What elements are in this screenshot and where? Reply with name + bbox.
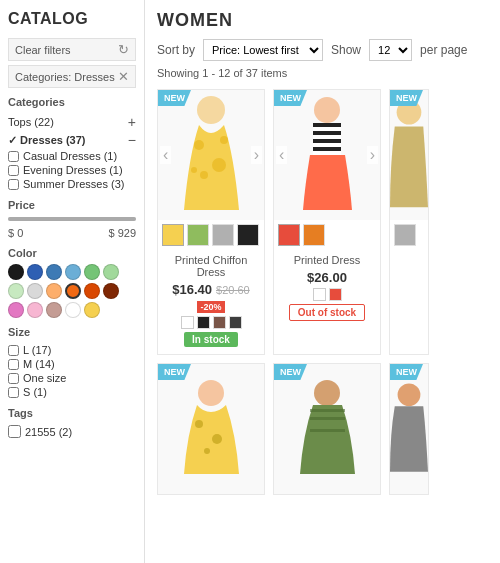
product-card-4: NEW [157,363,265,495]
svg-point-16 [204,448,210,454]
category-dresses-collapse-icon[interactable]: − [128,132,136,148]
thumb-2-red[interactable] [278,224,300,246]
thumb-1-yellow[interactable] [162,224,184,246]
thumbnails-1 [158,220,264,250]
tags-section: Tags 21555 (2) [8,407,136,439]
new-badge-6: NEW [390,364,423,380]
toolbar: Sort by Price: Lowest first Price: Highe… [157,39,488,61]
color-opt-2-white[interactable] [313,288,326,301]
tag-21555[interactable]: 21555 (2) [8,424,136,439]
color-swatch-light-green[interactable] [103,264,119,280]
thumbnails-3 [390,220,428,250]
product-card-1: NEW ‹ › [157,89,265,355]
price-slider-fill [8,217,136,221]
category-casual-dresses[interactable]: Casual Dresses (1) [8,149,136,163]
svg-point-4 [220,136,228,144]
size-section-title: Size [8,326,136,338]
color-swatch-green[interactable] [84,264,100,280]
remove-filter-icon[interactable]: ✕ [118,69,129,84]
color-swatch-white[interactable] [65,302,81,318]
product-row-1: NEW ‹ › [157,89,488,355]
color-grid [8,264,136,318]
size-onesize-checkbox[interactable] [8,373,19,384]
color-swatch-red-orange[interactable] [84,283,100,299]
stock-badge-1: In stock [184,332,238,347]
color-swatch-dark-red[interactable] [103,283,119,299]
color-section-title: Color [8,247,136,259]
category-tops-expand-icon[interactable]: + [128,114,136,130]
color-swatch-beige[interactable] [46,302,62,318]
size-onesize[interactable]: One size [8,371,136,385]
price-min: $ 0 [8,227,23,239]
thumb-1-black[interactable] [237,224,259,246]
thumb-2-orange[interactable] [303,224,325,246]
size-s[interactable]: S (1) [8,385,136,399]
show-label: Show [331,43,361,57]
prev-image-1[interactable]: ‹ [160,146,171,164]
product-price-1: $16.40 $20.60 -20% [163,282,259,313]
color-swatch-navy[interactable] [27,264,43,280]
color-swatch-yellow[interactable] [84,302,100,318]
color-swatch-pale-green[interactable] [8,283,24,299]
color-swatch-pink[interactable] [8,302,24,318]
category-casual-dresses-checkbox[interactable] [8,151,19,162]
color-swatch-gray[interactable] [27,283,43,299]
category-evening-dresses-checkbox[interactable] [8,165,19,176]
price-old-1: $20.60 [216,284,250,296]
size-m[interactable]: M (14) [8,357,136,371]
categories-section-title: Categories [8,96,136,108]
color-swatch-black[interactable] [8,264,24,280]
tag-21555-checkbox[interactable] [8,425,21,438]
thumb-1-gray[interactable] [212,224,234,246]
size-l-label: L (17) [23,344,51,356]
svg-rect-10 [313,139,341,143]
price-range: $ 0 $ 929 [8,227,136,239]
category-summer-dresses-checkbox[interactable] [8,179,19,190]
price-slider[interactable] [8,217,136,221]
color-opt-1-black[interactable] [197,316,210,329]
color-opt-1-brown[interactable] [213,316,226,329]
clear-filters-label: Clear filters [15,44,71,56]
size-l[interactable]: L (17) [8,343,136,357]
product-image-5: NEW [274,364,380,494]
category-tops[interactable]: Tops (22) + [8,113,136,131]
dress-svg-6 [390,379,428,479]
color-swatch-dark-orange[interactable] [65,283,81,299]
product-name-1: Printed Chiffon Dress [163,254,259,278]
new-badge-5: NEW [274,364,307,380]
color-opt-2-red[interactable] [329,288,342,301]
color-opt-1-white[interactable] [181,316,194,329]
product-card-3-partial: NEW [389,89,429,355]
next-image-2[interactable]: › [367,146,378,164]
svg-point-3 [200,171,208,179]
clear-filters-bar[interactable]: Clear filters ↻ [8,38,136,61]
size-s-label: S (1) [23,386,47,398]
color-opt-1-dark[interactable] [229,316,242,329]
sort-label: Sort by [157,43,195,57]
color-swatch-blue[interactable] [46,264,62,280]
active-filter-bar[interactable]: Categories: Dresses ✕ [8,65,136,88]
category-evening-dresses[interactable]: Evening Dresses (1) [8,163,136,177]
prev-image-2[interactable]: ‹ [276,146,287,164]
svg-point-14 [195,420,203,428]
color-swatch-light-pink[interactable] [27,302,43,318]
price-section-title: Price [8,199,136,211]
thumb-1-green[interactable] [187,224,209,246]
thumb-3-gray[interactable] [394,224,416,246]
sort-select[interactable]: Price: Lowest first Price: Highest first… [203,39,323,61]
category-dresses[interactable]: ✓ Dresses (37) − [8,131,136,149]
color-options-1 [163,316,259,329]
next-image-1[interactable]: › [251,146,262,164]
size-s-checkbox[interactable] [8,387,19,398]
clear-filters-icon[interactable]: ↻ [118,42,129,57]
stock-badge-2: Out of stock [289,304,365,321]
color-swatch-light-blue[interactable] [65,264,81,280]
size-m-checkbox[interactable] [8,359,19,370]
color-swatch-orange[interactable] [46,283,62,299]
show-select[interactable]: 12 24 36 [369,39,412,61]
category-summer-dresses[interactable]: Summer Dresses (3) [8,177,136,191]
size-l-checkbox[interactable] [8,345,19,356]
size-section: Size L (17) M (14) One size S (1) [8,326,136,399]
product-image-4: NEW [158,364,264,494]
dress-svg-4 [179,379,244,479]
